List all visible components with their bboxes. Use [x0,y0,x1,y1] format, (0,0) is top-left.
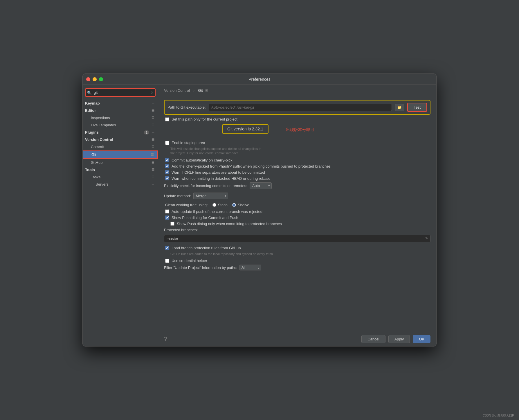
search-icon: 🔍 [87,90,92,95]
show-push-protected-row: Show Push dialog only when committing to… [164,222,430,226]
annotation-version: 出现版本号即可 [286,127,314,132]
git-settings-content: Path to Git executable: 📁 Test ↑ 点击 Test [158,95,436,332]
protected-branches-section: Protected branches: ✎ [164,228,430,242]
sidebar-item-servers[interactable]: Servers ☰ [83,181,158,188]
inspections-settings-icon: ☰ [152,116,154,120]
protected-branches-label: Protected branches: [164,228,198,232]
git-path-input[interactable] [209,104,392,111]
filter-select-wrapper: All Changed None [239,265,261,270]
sidebar-item-tasks[interactable]: Tasks ☰ [83,173,158,181]
breadcrumb-parent: Version Control [164,88,190,93]
shelve-label: Shelve [238,203,249,207]
tools-label: Tools [85,168,95,172]
search-input[interactable] [85,88,156,97]
cherry-pick-auto-checkbox[interactable] [165,158,169,162]
shelve-radio-item: Shelve [232,203,249,207]
help-icon[interactable]: ? [164,336,167,342]
warn-crlf-checkbox[interactable] [165,170,169,174]
auto-update-checkbox[interactable] [165,209,169,213]
protected-branches-input-wrapper: ✎ [164,234,430,242]
version-row: Git version is 2.32.1 出现版本号即可 [164,123,430,137]
version-badge: Git version is 2.32.1 [222,124,268,134]
show-push-protected-checkbox[interactable] [170,222,174,226]
test-button[interactable]: Test [407,103,427,112]
live-templates-settings-icon: ☰ [152,123,154,127]
sidebar-item-version-control[interactable]: Version Control ☰ [83,136,158,143]
filter-label: Filter "Update Project" information by p… [164,265,237,270]
use-credential-label: Use credential helper [172,259,207,263]
enable-staging-row: Enable staging area [164,141,430,145]
git-settings-icon: ☰ [151,153,154,157]
main-panel: Version Control › Git ⊡ Path to Git exec… [158,85,436,346]
editor-settings-icon: ☰ [152,109,154,112]
incoming-commits-label: Explicitly check for incoming commits on… [164,184,247,188]
show-push-label: Show Push dialog for Commit and Push [172,216,238,220]
enable-staging-label: Enable staging area [172,141,205,145]
incoming-commits-select-wrapper: Auto Always Never [250,182,272,189]
footer-buttons: Cancel Apply OK [361,335,430,343]
minimize-button[interactable] [93,77,97,81]
sidebar: 🔍 ✕ Keymap ☰ Editor ☰ Inspections ☰ Li [83,85,158,346]
plugins-label: Plugins [85,130,99,134]
main-content-area: 🔍 ✕ Keymap ☰ Editor ☰ Inspections ☰ Li [83,85,436,346]
close-button[interactable] [86,77,90,81]
enable-staging-note: This will disable changelists support an… [170,147,430,156]
commit-settings-icon: ☰ [152,145,154,149]
sidebar-item-editor[interactable]: Editor ☰ [83,107,158,114]
shelve-radio[interactable] [232,203,236,207]
github-rules-note: GitHub rules are added to the local repo… [170,252,430,256]
tools-settings-icon: ☰ [152,168,154,172]
clean-tree-label: Clean working tree using: [165,203,208,207]
stash-radio[interactable] [212,203,216,207]
cherry-pick-suffix-row: Add the 'cherry-picked from <hash>' suff… [164,164,430,168]
inspections-label: Inspections [91,116,110,120]
update-method-select[interactable]: Merge Rebase Branch Default [193,193,228,199]
use-credential-checkbox[interactable] [165,259,169,263]
maximize-button[interactable] [99,77,103,81]
set-path-checkbox[interactable] [165,117,169,121]
sidebar-item-commit[interactable]: Commit ☰ [83,143,158,150]
protected-branches-input[interactable] [164,235,430,242]
sidebar-item-github[interactable]: GitHub ☰ [83,159,158,166]
tasks-settings-icon: ☰ [152,175,154,179]
cherry-pick-suffix-label: Add the 'cherry-picked from <hash>' suff… [172,164,331,168]
git-label: Git [91,152,96,157]
clear-search-icon[interactable]: ✕ [151,91,154,95]
main-header: Version Control › Git ⊡ [158,85,436,95]
sidebar-item-live-templates[interactable]: Live Templates ☰ [83,121,158,129]
filter-select[interactable]: All Changed None [239,265,261,270]
version-control-label: Version Control [85,137,113,142]
titlebar: Preferences [83,74,436,85]
window-title: Preferences [248,77,270,82]
cherry-pick-auto-label: Commit automatically on cherry-pick [172,158,233,162]
sidebar-item-inspections[interactable]: Inspections ☰ [83,114,158,121]
sidebar-item-plugins[interactable]: Plugins 2 ☰ [83,129,158,136]
sidebar-item-tools[interactable]: Tools ☰ [83,166,158,173]
sidebar-item-git[interactable]: Git ☰ [83,150,158,159]
incoming-commits-row: Explicitly check for incoming commits on… [164,182,430,189]
editor-label: Editor [85,108,96,113]
show-push-checkbox[interactable] [165,216,169,220]
preferences-window: Preferences 🔍 ✕ Keymap ☰ Editor ☰ Inspec… [82,73,437,347]
warn-crlf-label: Warn if CRLF line separators are about t… [172,170,265,175]
load-branch-rules-checkbox[interactable] [165,246,169,250]
warn-detached-row: Warn when committing in detached HEAD or… [164,176,430,181]
auto-update-row: Auto-update if push of the current branc… [164,209,430,214]
git-path-label: Path to Git executable: [167,105,206,110]
set-path-label: Set this path only for the current proje… [172,117,237,121]
update-method-label: Update method: [164,194,191,198]
cancel-button[interactable]: Cancel [361,335,385,343]
incoming-commits-select[interactable]: Auto Always Never [250,182,272,189]
cherry-pick-suffix-checkbox[interactable] [165,164,169,168]
show-push-row: Show Push dialog for Commit and Push [164,216,430,220]
apply-button[interactable]: Apply [388,335,410,343]
live-templates-label: Live Templates [91,123,116,127]
warn-detached-checkbox[interactable] [165,176,169,180]
protected-branches-edit-icon: ✎ [425,236,428,240]
sidebar-item-keymap[interactable]: Keymap ☰ [83,100,158,107]
enable-staging-checkbox[interactable] [165,141,169,145]
warn-detached-label: Warn when committing in detached HEAD or… [172,176,271,181]
browse-button[interactable]: 📁 [395,104,404,111]
clean-tree-row: Clean working tree using: Stash Shelve [164,203,430,207]
ok-button[interactable]: OK [413,335,430,343]
